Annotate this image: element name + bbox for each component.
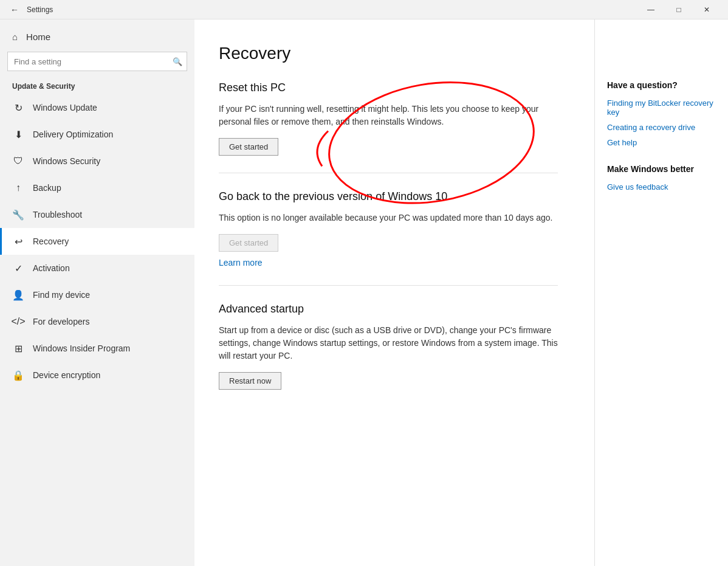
advanced-startup-title: Advanced startup [219,303,558,316]
troubleshoot-icon: 🔧 [12,209,24,221]
right-panel: Have a question? Finding my BitLocker re… [594,19,728,566]
divider-2 [219,285,558,286]
reset-pc-title: Reset this PC [219,81,558,94]
sidebar: ⌂ Home 🔍 Update & Security ↻ Windows Upd… [0,19,194,566]
sidebar-item-label: For developers [33,317,89,326]
right-panel-question-title: Have a question? [607,80,716,90]
go-back-title: Go back to the previous version of Windo… [219,190,558,203]
sidebar-item-for-developers[interactable]: </> For developers [0,308,194,335]
maximize-button[interactable]: □ [665,0,693,19]
backup-icon: ↑ [12,182,24,194]
find-device-icon: 👤 [12,289,24,301]
sidebar-item-delivery-optimization[interactable]: ⬇ Delivery Optimization [0,121,194,148]
close-button[interactable]: ✕ [693,0,721,19]
give-feedback-link[interactable]: Give us feedback [607,182,716,192]
encryption-icon: 🔒 [12,369,24,381]
insider-icon: ⊞ [12,342,24,354]
windows-security-icon: 🛡 [12,155,24,167]
developers-icon: </> [12,316,24,328]
sidebar-search-container: 🔍 [7,52,187,71]
recovery-icon: ↩ [12,235,24,247]
activation-icon: ✓ [12,262,24,274]
sidebar-item-label: Find my device [33,290,90,300]
learn-more-link[interactable]: Learn more [219,258,263,267]
windows-update-icon: ↻ [12,102,24,114]
sidebar-item-label: Activation [33,263,70,273]
titlebar: ← Settings — □ ✕ [0,0,728,19]
back-button[interactable]: ← [7,2,22,17]
sidebar-item-label: Recovery [33,236,69,246]
right-panel-improve-title: Make Windows better [607,164,716,174]
sidebar-item-label: Delivery Optimization [33,129,113,139]
sidebar-item-label: Windows Security [33,156,100,166]
main-content: Recovery Reset this PC If your PC isn't … [194,19,594,566]
delivery-optimization-icon: ⬇ [12,128,24,140]
restart-now-button[interactable]: Restart now [219,372,281,390]
divider-1 [219,173,558,173]
right-panel-improve-section: Make Windows better Give us feedback [607,164,716,192]
sidebar-item-label: Device encryption [33,370,100,380]
minimize-button[interactable]: — [637,0,665,19]
app-body: ⌂ Home 🔍 Update & Security ↻ Windows Upd… [0,19,728,566]
sidebar-section-title: Update & Security [0,76,194,94]
sidebar-item-find-my-device[interactable]: 👤 Find my device [0,281,194,308]
go-back-button: Get started [219,234,278,252]
sidebar-item-device-encryption[interactable]: 🔒 Device encryption [0,362,194,388]
sidebar-item-label: Windows Insider Program [33,343,130,353]
sidebar-item-backup[interactable]: ↑ Backup [0,174,194,201]
sidebar-item-troubleshoot[interactable]: 🔧 Troubleshoot [0,201,194,228]
search-icon: 🔍 [173,57,182,66]
search-input[interactable] [7,52,187,71]
sidebar-item-home[interactable]: ⌂ Home [0,24,194,49]
home-icon: ⌂ [12,32,18,42]
page-title: Recovery [219,44,558,63]
advanced-startup-desc: Start up from a device or disc (such as … [219,324,558,362]
sidebar-home-label: Home [26,32,50,42]
reset-pc-desc: If your PC isn't running well, resetting… [219,103,558,128]
sidebar-item-windows-security[interactable]: 🛡 Windows Security [0,148,194,174]
go-back-desc: This option is no longer available becau… [219,212,558,224]
window-controls: — □ ✕ [637,0,721,19]
reset-pc-button[interactable]: Get started [219,138,278,156]
window-title: Settings [27,5,53,14]
sidebar-item-label: Windows Update [33,103,97,112]
sidebar-item-activation[interactable]: ✓ Activation [0,255,194,281]
sidebar-item-label: Troubleshoot [33,210,82,219]
recovery-drive-link[interactable]: Creating a recovery drive [607,123,716,132]
get-help-link[interactable]: Get help [607,138,716,147]
sidebar-item-windows-update[interactable]: ↻ Windows Update [0,94,194,121]
sidebar-item-label: Backup [33,183,61,193]
bitlocker-link[interactable]: Finding my BitLocker recovery key [607,98,716,117]
main-wrapper: Recovery Reset this PC If your PC isn't … [194,19,728,566]
sidebar-item-windows-insider[interactable]: ⊞ Windows Insider Program [0,335,194,362]
sidebar-item-recovery[interactable]: ↩ Recovery [0,228,194,255]
